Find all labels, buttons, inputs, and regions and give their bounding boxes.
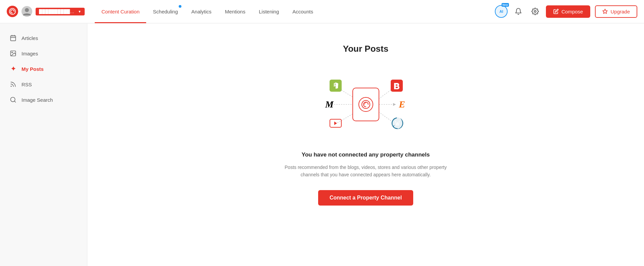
nav-links: Content Curation Scheduling Analytics Me… [95,0,320,23]
account-chevron-icon: ▼ [78,10,81,13]
page-title: Your Posts [343,44,388,54]
etsy-icon: E [395,98,409,111]
my-posts-icon: ✦ [9,65,17,73]
sidebar-item-images-label: Images [22,51,38,56]
settings-button[interactable] [529,5,541,17]
youtube-icon [329,117,342,130]
svg-rect-3 [11,36,16,41]
nav-accounts[interactable]: Accounts [286,0,320,23]
sidebar-item-images[interactable]: Images [0,46,87,61]
nav-listening[interactable]: Listening [252,0,286,23]
images-icon [9,50,17,57]
logo-area: ████████████ ▼ [7,6,85,17]
sidebar: Articles Images ✦ My Posts [0,24,87,266]
medium-icon: M [323,98,336,111]
svg-point-0 [9,8,15,14]
rss-icon [9,81,17,88]
empty-state-title: You have not connected any property chan… [282,151,450,158]
nav-mentions[interactable]: Mentions [218,0,252,23]
blogger-icon [390,79,403,92]
empty-state-desc: Posts recommended from the blogs, videos… [282,164,450,179]
sidebar-item-my-posts-label: My Posts [22,66,44,72]
sidebar-item-articles[interactable]: Articles [0,30,87,46]
user-avatar[interactable] [22,6,32,17]
app-center-logo [358,97,373,112]
ai-button[interactable]: AI New [495,5,508,18]
sidebar-item-image-search[interactable]: Image Search [0,92,87,107]
image-search-icon [9,96,17,103]
articles-icon [9,34,17,42]
sidebar-item-my-posts[interactable]: ✦ My Posts [0,61,87,77]
nav-scheduling[interactable]: Scheduling [146,0,184,23]
upgrade-button[interactable]: Upgrade [595,5,637,18]
center-card [352,88,379,121]
nav-right: AI New Compose U [495,5,637,18]
sidebar-item-rss-label: RSS [22,82,32,87]
svg-point-8 [12,52,13,53]
topnav: ████████████ ▼ Content Curation Scheduli… [0,0,644,24]
connect-property-channel-button[interactable]: Connect a Property Channel [318,190,413,206]
svg-line-11 [14,101,16,102]
empty-state: You have not connected any property chan… [282,151,450,206]
ai-new-badge: New [502,3,509,7]
layout: Articles Images ✦ My Posts [0,24,644,266]
svg-point-9 [11,86,11,87]
ai-icon: AI [495,5,508,18]
svg-point-2 [534,10,536,12]
platform-illustration: M E [309,71,423,138]
svg-point-1 [25,8,29,12]
main-content: Your Posts [87,24,644,266]
nav-analytics[interactable]: Analytics [185,0,218,23]
sidebar-item-rss[interactable]: RSS [0,77,87,92]
compose-button[interactable]: Compose [546,5,590,18]
sidebar-item-image-search-label: Image Search [22,97,53,103]
svg-point-18 [362,100,370,108]
wordpress-icon [391,117,404,130]
scheduling-badge [179,5,181,8]
nav-content-curation[interactable]: Content Curation [95,0,146,23]
app-logo[interactable] [7,6,18,17]
sidebar-item-articles-label: Articles [22,35,38,41]
shopify-icon [329,79,342,92]
account-name: ████████████ [39,9,76,14]
svg-marker-20 [334,122,337,125]
notifications-button[interactable] [512,5,524,17]
account-selector[interactable]: ████████████ ▼ [36,8,85,15]
